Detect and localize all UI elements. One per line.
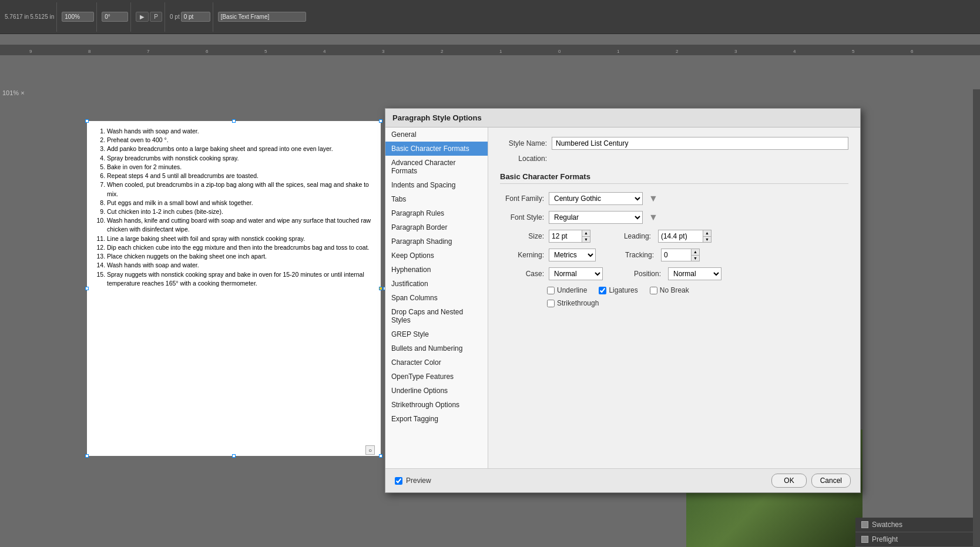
nav-item-basic-character-formats[interactable]: Basic Character Formats xyxy=(385,142,488,156)
font-style-label: Font Style: xyxy=(500,213,544,222)
nav-item-advanced-character-formats[interactable]: Advanced Character Formats xyxy=(385,156,488,178)
tracking-input[interactable] xyxy=(662,249,691,261)
swatches-panel-header[interactable]: Swatches xyxy=(855,518,973,532)
nav-item-paragraph-border[interactable]: Paragraph Border xyxy=(385,220,488,234)
nav-item-export-tagging[interactable]: Export Tagging xyxy=(385,412,488,426)
right-side-panel xyxy=(973,89,980,547)
list-item: Line a large baking sheet with foil and … xyxy=(107,234,372,243)
style-name-input[interactable] xyxy=(552,137,848,150)
font-style-dropdown-icon[interactable]: ▼ xyxy=(649,212,658,223)
floating-panels: Swatches Preflight xyxy=(855,518,973,547)
ruler-mark-3: 7 xyxy=(147,49,149,54)
style-name-row: Style Name: xyxy=(500,137,848,150)
handle-bl[interactable] xyxy=(85,454,89,458)
toolbar-zoom xyxy=(59,2,97,32)
nav-item-opentype-features[interactable]: OpenType Features xyxy=(385,370,488,384)
strikethrough-checkbox-label[interactable]: Strikethrough xyxy=(547,299,599,307)
ligatures-checkbox[interactable] xyxy=(599,287,606,294)
ruler-mark-9: 1 xyxy=(499,49,502,54)
ruler-mark-7: 3 xyxy=(382,49,384,54)
nav-item-paragraph-rules[interactable]: Paragraph Rules xyxy=(385,206,488,220)
ruler-mark-4: 6 xyxy=(206,49,208,54)
size-input[interactable] xyxy=(549,230,582,242)
nav-item-span-columns[interactable]: Span Columns xyxy=(385,291,488,305)
nav-item-indents-and-spacing[interactable]: Indents and Spacing xyxy=(385,178,488,192)
list-item: Dip each chicken cube into the egg mixtu… xyxy=(107,243,372,252)
position-select[interactable]: Normal Superscript Subscript xyxy=(668,267,721,280)
font-family-dropdown-icon[interactable]: ▼ xyxy=(649,193,658,204)
case-select[interactable]: Normal All Caps Small Caps Title Case xyxy=(549,267,603,280)
leading-up-arrow[interactable]: ▲ xyxy=(703,230,711,237)
preflight-panel-header[interactable]: Preflight xyxy=(855,532,973,547)
list-item: Add panko breadcrumbs onto a large bakin… xyxy=(107,145,372,153)
list-item: Cut chicken into 1-2 inch cubes (bite-si… xyxy=(107,207,372,216)
text-frame-container[interactable]: Wash hands with soap and water. Preheat … xyxy=(87,121,381,456)
font-style-select[interactable]: Regular Bold Italic Bold Italic xyxy=(549,211,643,224)
handle-tr[interactable] xyxy=(379,119,382,123)
size-down-arrow[interactable]: ▼ xyxy=(582,237,590,243)
tracking-label: Tracking: xyxy=(610,251,654,259)
zoom-input[interactable] xyxy=(62,12,94,22)
swatches-label: Swatches xyxy=(872,521,902,529)
x-coord-label: 5.7617 in xyxy=(5,14,29,20)
list-item: Preheat oven to 400 °. xyxy=(107,136,372,145)
font-family-select[interactable]: Century Gothic Arial Times New Roman xyxy=(549,192,643,205)
nav-item-bullets-and-numbering[interactable]: Bullets and Numbering xyxy=(385,341,488,355)
toolbar-coords: 5.7617 in 5.5125 in xyxy=(2,2,57,32)
underline-checkbox-label[interactable]: Underline xyxy=(547,286,587,294)
ruler-mark-6: 4 xyxy=(323,49,325,54)
preview-checkbox[interactable] xyxy=(395,477,402,485)
strikethrough-checkbox[interactable] xyxy=(547,300,555,307)
nav-item-grep-style[interactable]: GREP Style xyxy=(385,327,488,341)
nav-item-paragraph-shading[interactable]: Paragraph Shading xyxy=(385,234,488,249)
nav-item-hyphenation[interactable]: Hyphenation xyxy=(385,263,488,277)
handle-bm[interactable] xyxy=(232,454,236,458)
pen-tool[interactable]: P xyxy=(150,12,162,22)
preview-label[interactable]: Preview xyxy=(395,476,431,485)
handle-tm[interactable] xyxy=(232,119,236,123)
handle-tl[interactable] xyxy=(85,119,89,123)
no-break-checkbox-label[interactable]: No Break xyxy=(650,286,689,294)
nav-item-drop-caps-and-nested-styles[interactable]: Drop Caps and Nested Styles xyxy=(385,305,488,327)
leading-down-arrow[interactable]: ▼ xyxy=(703,237,711,243)
frame-type-input[interactable] xyxy=(218,12,306,22)
leading-spinner[interactable]: ▲ ▼ xyxy=(658,230,711,243)
ruler-mark-5r: 5 xyxy=(852,49,854,54)
tracking-spinner[interactable]: ▲ ▼ xyxy=(661,249,700,261)
handle-br[interactable] xyxy=(379,454,382,458)
ligatures-checkbox-label[interactable]: Ligatures xyxy=(599,286,637,294)
text-frame[interactable]: Wash hands with soap and water. Preheat … xyxy=(87,121,381,456)
nav-panel: General Basic Character Formats Advanced… xyxy=(385,127,488,468)
font-family-row: Font Family: Century Gothic Arial Times … xyxy=(500,192,848,205)
ruler-mark-5: 5 xyxy=(264,49,267,54)
tracking-down-arrow[interactable]: ▼ xyxy=(691,256,699,261)
leading-input[interactable] xyxy=(659,230,703,242)
swatches-icon xyxy=(861,521,868,528)
kerning-select[interactable]: Metrics Optical 0 xyxy=(549,249,596,261)
underline-checkbox[interactable] xyxy=(547,287,555,294)
tracking-up-arrow[interactable]: ▲ xyxy=(691,249,699,256)
nav-item-keep-options[interactable]: Keep Options xyxy=(385,249,488,263)
ok-button[interactable]: OK xyxy=(771,474,806,488)
rotation-input[interactable] xyxy=(102,12,128,22)
select-tool[interactable]: ▶ xyxy=(136,12,149,22)
handle-mr[interactable] xyxy=(379,287,382,290)
nav-item-general[interactable]: General xyxy=(385,127,488,142)
thread-out-icon[interactable]: ○ xyxy=(365,445,375,455)
cancel-button[interactable]: Cancel xyxy=(811,474,851,488)
no-break-checkbox[interactable] xyxy=(650,287,657,294)
position-label: Position: xyxy=(617,270,661,278)
nav-item-tabs[interactable]: Tabs xyxy=(385,192,488,206)
section-heading: Basic Character Formats xyxy=(500,172,848,184)
nav-item-underline-options[interactable]: Underline Options xyxy=(385,384,488,398)
nav-item-justification[interactable]: Justification xyxy=(385,277,488,291)
size-up-arrow[interactable]: ▲ xyxy=(582,230,590,237)
size-spinner[interactable]: ▲ ▼ xyxy=(549,230,590,243)
dialog-body: General Basic Character Formats Advanced… xyxy=(385,127,860,468)
nav-item-character-color[interactable]: Character Color xyxy=(385,355,488,370)
leading-label: Leading: xyxy=(607,232,651,240)
stroke-input[interactable] xyxy=(181,12,210,22)
list-item: Wash hands with soap and water. xyxy=(107,127,372,136)
handle-ml[interactable] xyxy=(85,287,89,290)
nav-item-strikethrough-options[interactable]: Strikethrough Options xyxy=(385,398,488,412)
